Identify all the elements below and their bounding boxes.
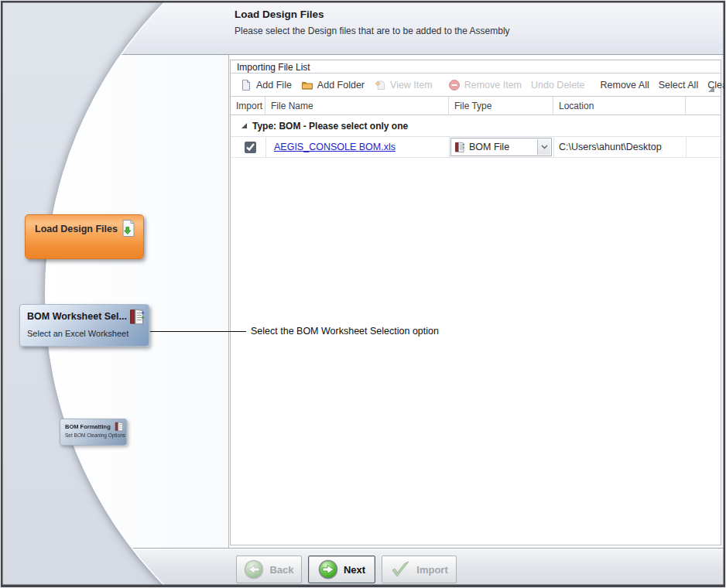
step-title: BOM Worksheet Sel...	[27, 311, 127, 322]
red-book-icon	[114, 421, 125, 432]
column-header-file-name[interactable]: File Name	[265, 97, 449, 115]
column-header-file-type[interactable]: File Type	[449, 97, 553, 115]
select-all-button[interactable]: Select All	[654, 77, 703, 93]
file-list-toolbar: Add File Add Folder View Item Remove Ite…	[231, 74, 721, 97]
location-value: C:\Users\ahunt\Desktop	[559, 142, 662, 152]
file-green-arrow-icon	[120, 219, 137, 239]
importing-file-list-box: Importing File List Add File Add Folder …	[230, 60, 721, 545]
undo-delete-button[interactable]: Undo Delete	[526, 77, 590, 93]
column-header-import[interactable]: Import	[231, 97, 265, 115]
remove-item-icon	[448, 79, 461, 91]
chevron-down-icon	[541, 145, 548, 149]
column-header-location[interactable]: Location	[553, 97, 686, 115]
add-folder-icon	[301, 79, 313, 91]
view-item-icon	[374, 79, 386, 91]
add-folder-button[interactable]: Add Folder	[296, 77, 369, 94]
next-button[interactable]: Next	[308, 556, 375, 583]
view-item-label: View Item	[390, 80, 433, 91]
remove-all-label: Remove All	[601, 80, 649, 91]
cell-divider	[265, 137, 266, 158]
listbox-title: Importing File List	[237, 62, 310, 73]
header-band: Load Design Files Please select the Desi…	[0, 0, 726, 55]
undo-delete-label: Undo Delete	[531, 80, 585, 91]
cell-divider	[553, 137, 554, 158]
import-button[interactable]: Import	[382, 556, 457, 583]
group-expander-icon[interactable]	[241, 123, 247, 128]
select-all-label: Select All	[659, 80, 698, 91]
step-title: BOM Formatting	[65, 423, 111, 430]
add-file-button[interactable]: Add File	[235, 77, 296, 94]
cell-divider	[449, 137, 450, 158]
red-book-icon	[454, 141, 466, 153]
page-title: Load Design Files	[235, 9, 324, 20]
view-item-button[interactable]: View Item	[369, 77, 437, 94]
next-arrow-icon	[318, 559, 338, 579]
wizard-window: Load Design Files Please select the Desi…	[0, 0, 726, 588]
step-subtitle: Select an Excel Worksheet	[27, 329, 128, 338]
group-label: Type: BOM - Please select only one	[252, 121, 408, 132]
step-title: Load Design Files	[35, 224, 118, 234]
table-row[interactable]: AEGIS_CONSOLE BOM.xls BOM File C:\Users\…	[231, 137, 721, 158]
toolbar-resize-grip-icon[interactable]	[708, 86, 714, 92]
annotation-connector-line	[150, 331, 246, 332]
file-type-combobox[interactable]: BOM File	[450, 138, 552, 156]
add-file-icon	[240, 79, 252, 91]
step-load-design-files[interactable]: Load Design Files	[25, 214, 144, 259]
remove-item-label: Remove Item	[464, 80, 522, 91]
cell-divider	[686, 137, 687, 158]
add-folder-label: Add Folder	[317, 80, 365, 91]
step-bom-worksheet-selection[interactable]: BOM Worksheet Sel... Select an Excel Wor…	[19, 304, 149, 347]
combobox-dropdown-button[interactable]	[537, 139, 550, 155]
add-file-label: Add File	[256, 80, 292, 91]
import-button-label: Import	[416, 564, 447, 576]
back-button-label: Back	[269, 564, 293, 576]
remove-item-button[interactable]: Remove Item	[443, 77, 526, 94]
remove-all-button[interactable]: Remove All	[596, 77, 654, 93]
file-name-link[interactable]: AEGIS_CONSOLE BOM.xls	[274, 142, 396, 152]
red-book-icon	[128, 307, 146, 326]
step-subtitle: Set BOM Cleaning Options	[65, 432, 125, 438]
import-check-icon	[390, 560, 411, 579]
page-subtitle: Please select the Design files that are …	[235, 26, 510, 36]
file-type-value: BOM File	[469, 142, 509, 152]
clear-all-button[interactable]: Clear All	[703, 77, 726, 93]
import-checkbox[interactable]	[245, 142, 256, 153]
group-row-bom: Type: BOM - Please select only one	[231, 115, 721, 137]
grid-header-row: Import File Name File Type Location	[231, 97, 721, 115]
back-button[interactable]: Back	[236, 556, 302, 583]
main-content-panel: Importing File List Add File Add Folder …	[228, 55, 721, 548]
annotation-text: Select the BOM Worksheet Selection optio…	[251, 326, 439, 337]
step-bom-formatting[interactable]: BOM Formatting Set BOM Cleaning Options	[60, 419, 127, 446]
back-arrow-icon	[244, 559, 264, 579]
next-button-label: Next	[344, 564, 365, 576]
